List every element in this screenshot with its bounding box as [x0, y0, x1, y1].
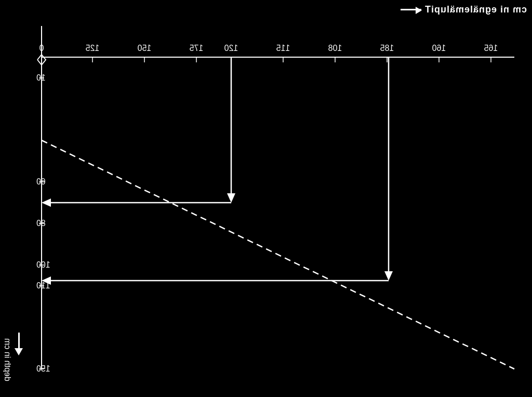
dashed-trend-line — [42, 140, 514, 369]
svg-text:60: 60 — [36, 177, 46, 186]
svg-text:175: 175 — [190, 44, 204, 52]
svg-text:165: 165 — [484, 44, 498, 52]
svg-text:120: 120 — [224, 44, 238, 52]
svg-marker-35 — [227, 193, 235, 203]
svg-text:10: 10 — [36, 73, 46, 82]
svg-text:0: 0 — [39, 44, 44, 52]
svg-marker-37 — [384, 271, 393, 281]
svg-text:100: 100 — [36, 260, 50, 269]
svg-text:108: 108 — [328, 44, 342, 52]
chart-container: cm ni egnälemälupiT depth in cm 0 125 15… — [0, 0, 532, 397]
chart-svg: 0 125 150 175 120 115 108 185 160 165 — [0, 0, 532, 397]
svg-text:125: 125 — [86, 44, 100, 52]
svg-text:150: 150 — [36, 364, 50, 373]
svg-marker-39 — [42, 198, 51, 207]
svg-text:185: 185 — [380, 44, 394, 52]
svg-text:160: 160 — [432, 44, 446, 52]
svg-text:80: 80 — [36, 219, 46, 228]
svg-text:150: 150 — [138, 44, 152, 52]
svg-text:115: 115 — [276, 44, 290, 52]
